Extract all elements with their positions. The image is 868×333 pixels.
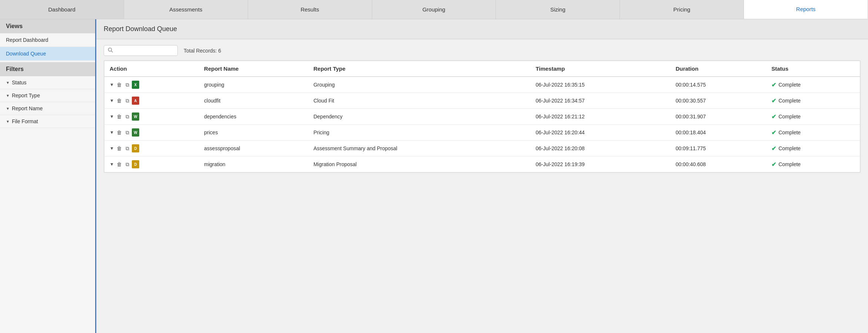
file-type-icon[interactable]: A bbox=[132, 97, 139, 105]
sidebar-item-report-dashboard[interactable]: Report Dashboard bbox=[0, 33, 95, 47]
status-complete: ✔ Complete bbox=[771, 97, 855, 104]
search-icon bbox=[108, 47, 113, 54]
row-expand-icon[interactable]: ▼ bbox=[110, 162, 114, 167]
action-cell: ▼ 🗑 ⧉ W bbox=[104, 109, 199, 125]
tab-pricing[interactable]: Pricing bbox=[620, 0, 744, 19]
status-cell: ✔ Complete bbox=[766, 77, 860, 93]
copy-icon[interactable]: ⧉ bbox=[124, 129, 130, 137]
content-area: Report Download Queue Total Records: 6 bbox=[96, 19, 868, 333]
file-type-icon[interactable]: X bbox=[132, 81, 139, 89]
copy-icon[interactable]: ⧉ bbox=[124, 97, 130, 105]
duration-cell: 00:00:30.557 bbox=[670, 93, 766, 109]
sidebar-views-list: Report DashboardDownload Queue bbox=[0, 33, 95, 61]
file-type-icon[interactable]: D bbox=[132, 144, 139, 152]
filter-label: Status bbox=[12, 80, 27, 85]
file-type-icon[interactable]: D bbox=[132, 160, 139, 168]
report-name-cell: dependencies bbox=[199, 109, 308, 125]
row-expand-icon[interactable]: ▼ bbox=[110, 146, 114, 151]
table-row: ▼ 🗑 ⧉ D assessproposalAssessment Summary… bbox=[104, 141, 860, 157]
sidebar-filters-list: ▼Status▼Report Type▼Report Name▼File For… bbox=[0, 76, 95, 128]
tab-grouping[interactable]: Grouping bbox=[372, 0, 496, 19]
row-expand-icon[interactable]: ▼ bbox=[110, 82, 114, 87]
filter-item-report-type[interactable]: ▼Report Type bbox=[0, 89, 95, 102]
report-type-cell: Assessment Summary and Proposal bbox=[308, 141, 530, 157]
table-row: ▼ 🗑 ⧉ D migrationMigration Proposal06-Ju… bbox=[104, 157, 860, 172]
delete-icon[interactable]: 🗑 bbox=[116, 81, 123, 88]
file-type-icon[interactable]: W bbox=[132, 112, 139, 121]
duration-cell: 00:00:18.404 bbox=[670, 125, 766, 141]
action-cell-icons: ▼ 🗑 ⧉ W bbox=[110, 128, 194, 137]
views-label: Views bbox=[6, 23, 23, 29]
timestamp-cell: 06-Jul-2022 16:21:12 bbox=[530, 109, 670, 125]
col-report-name: Report Name bbox=[199, 61, 308, 77]
status-cell: ✔ Complete bbox=[766, 141, 860, 157]
page-title: Report Download Queue bbox=[104, 25, 861, 33]
filter-item-status[interactable]: ▼Status bbox=[0, 76, 95, 89]
duration-cell: 00:00:14.575 bbox=[670, 77, 766, 93]
status-cell: ✔ Complete bbox=[766, 157, 860, 172]
delete-icon[interactable]: 🗑 bbox=[116, 97, 123, 104]
report-name-cell: cloudfit bbox=[199, 93, 308, 109]
report-name-cell: grouping bbox=[199, 77, 308, 93]
filter-label: Report Name bbox=[12, 105, 43, 111]
filter-item-report-name[interactable]: ▼Report Name bbox=[0, 102, 95, 115]
duration-cell: 00:00:31.907 bbox=[670, 109, 766, 125]
tab-reports[interactable]: Reports bbox=[744, 0, 868, 19]
duration-cell: 00:00:40.608 bbox=[670, 157, 766, 172]
table-row: ▼ 🗑 ⧉ W dependenciesDependency06-Jul-202… bbox=[104, 109, 860, 125]
filter-label: File Format bbox=[12, 118, 38, 124]
file-type-icon[interactable]: W bbox=[132, 128, 139, 137]
copy-icon[interactable]: ⧉ bbox=[124, 81, 130, 89]
total-records-label: Total Records: 6 bbox=[184, 48, 221, 54]
tab-sizing[interactable]: Sizing bbox=[496, 0, 620, 19]
tab-dashboard[interactable]: Dashboard bbox=[0, 0, 124, 19]
sidebar: Views Report DashboardDownload Queue Fil… bbox=[0, 19, 96, 333]
tab-assessments[interactable]: Assessments bbox=[124, 0, 248, 19]
copy-icon[interactable]: ⧉ bbox=[124, 161, 130, 168]
table-row: ▼ 🗑 ⧉ X groupingGrouping06-Jul-2022 16:3… bbox=[104, 77, 860, 93]
check-icon: ✔ bbox=[771, 97, 776, 104]
status-label: Complete bbox=[778, 130, 801, 135]
search-box[interactable] bbox=[104, 45, 178, 56]
report-name-cell: prices bbox=[199, 125, 308, 141]
timestamp-cell: 06-Jul-2022 16:20:08 bbox=[530, 141, 670, 157]
sidebar-item-download-queue[interactable]: Download Queue bbox=[0, 47, 95, 61]
status-label: Complete bbox=[778, 114, 801, 120]
delete-icon[interactable]: 🗑 bbox=[116, 161, 123, 168]
action-cell: ▼ 🗑 ⧉ D bbox=[104, 157, 199, 172]
action-cell-icons: ▼ 🗑 ⧉ A bbox=[110, 97, 194, 105]
search-input[interactable] bbox=[115, 48, 174, 54]
col-status: Status bbox=[766, 61, 860, 77]
delete-icon[interactable]: 🗑 bbox=[116, 113, 123, 120]
chevron-down-icon: ▼ bbox=[6, 81, 10, 85]
report-name-cell: assessproposal bbox=[199, 141, 308, 157]
status-complete: ✔ Complete bbox=[771, 129, 855, 136]
filter-item-file-format[interactable]: ▼File Format bbox=[0, 115, 95, 128]
main-layout: Views Report DashboardDownload Queue Fil… bbox=[0, 19, 868, 333]
top-navigation: DashboardAssessmentsResultsGroupingSizin… bbox=[0, 0, 868, 19]
row-expand-icon[interactable]: ▼ bbox=[110, 114, 114, 119]
copy-icon[interactable]: ⧉ bbox=[124, 145, 130, 152]
report-type-cell: Migration Proposal bbox=[308, 157, 530, 172]
copy-icon[interactable]: ⧉ bbox=[124, 113, 130, 121]
check-icon: ✔ bbox=[771, 129, 776, 136]
status-label: Complete bbox=[778, 145, 801, 151]
col-duration: Duration bbox=[670, 61, 766, 77]
delete-icon[interactable]: 🗑 bbox=[116, 129, 123, 136]
status-complete: ✔ Complete bbox=[771, 145, 855, 152]
status-cell: ✔ Complete bbox=[766, 109, 860, 125]
col-action: Action bbox=[104, 61, 199, 77]
tab-results[interactable]: Results bbox=[248, 0, 372, 19]
filter-label: Report Type bbox=[12, 92, 40, 98]
report-type-cell: Dependency bbox=[308, 109, 530, 125]
delete-icon[interactable]: 🗑 bbox=[116, 145, 123, 152]
timestamp-cell: 06-Jul-2022 16:34:57 bbox=[530, 93, 670, 109]
chevron-down-icon: ▼ bbox=[6, 94, 10, 98]
row-expand-icon[interactable]: ▼ bbox=[110, 98, 114, 103]
duration-cell: 00:09:11.775 bbox=[670, 141, 766, 157]
status-complete: ✔ Complete bbox=[771, 113, 855, 120]
row-expand-icon[interactable]: ▼ bbox=[110, 130, 114, 135]
chevron-down-icon: ▼ bbox=[6, 107, 10, 111]
status-label: Complete bbox=[778, 161, 801, 167]
check-icon: ✔ bbox=[771, 161, 776, 168]
